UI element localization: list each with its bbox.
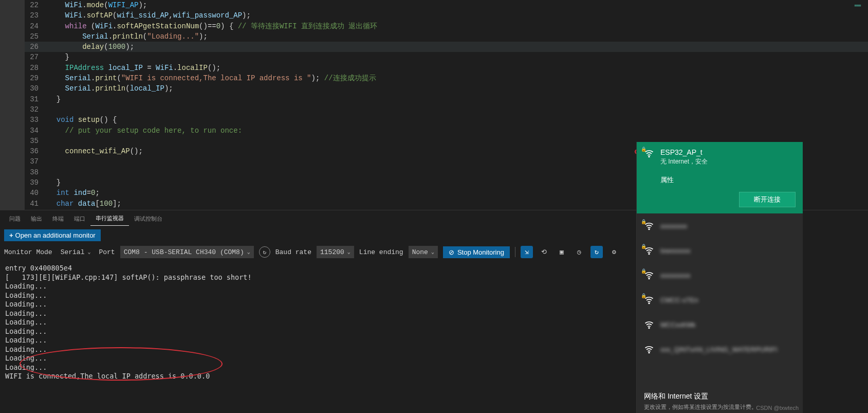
wifi-secure-icon: 🔒	[644, 295, 654, 305]
wifi-secure-icon: 🔒	[644, 245, 654, 256]
panel-tab[interactable]: 串行监视器	[90, 211, 129, 226]
wifi-network-name: CMCC-sTEn	[660, 296, 698, 304]
network-settings-link[interactable]: 网络和 Internet 设置	[644, 392, 799, 401]
code-text: Serial.println("Loading...");	[48, 31, 868, 42]
wifi-network-item[interactable]: 🔒CMCC-sTEn	[637, 288, 803, 312]
line-ending-select[interactable]: None ⌄	[409, 246, 438, 258]
chevron-down-icon: ⌄	[431, 249, 434, 255]
svg-point-4	[649, 303, 650, 304]
line-number: 32	[25, 104, 48, 115]
stop-monitoring-button[interactable]: ⊘ Stop Monitoring	[443, 246, 510, 258]
code-text: // put your setup code here, to run once…	[48, 125, 868, 136]
add-monitor-label: Open an additional monitor	[15, 231, 96, 239]
line-number: 38	[25, 167, 48, 177]
code-line[interactable]: 23 WiFi.softAP(wifi_ssid_AP,wifi_passwor…	[25, 10, 868, 21]
line-number: 25	[25, 31, 48, 42]
code-line[interactable]: 24 while (WiFi.softAPgetStationNum()==0)…	[25, 21, 868, 31]
panel-tab[interactable]: 终端	[47, 212, 69, 226]
code-text: IPAddress local_IP = WiFi.localIP();	[48, 63, 868, 73]
code-line[interactable]: 31 }	[25, 94, 868, 104]
toggle-autoscroll-button[interactable]: ⇲	[521, 246, 533, 258]
wifi-connected-status: 无 Internet，安全	[660, 157, 708, 166]
wifi-network-item[interactable]: 🔒xxxxxxxxx	[637, 263, 803, 288]
code-line[interactable]: 26 delay(1000);	[25, 42, 868, 52]
port-select[interactable]: COM8 - USB-SERIAL CH340 (COM8) ⌄	[120, 246, 254, 258]
line-number: 28	[25, 63, 48, 73]
code-line[interactable]: 27 }	[25, 52, 868, 62]
svg-point-6	[649, 352, 650, 353]
line-number: 41	[25, 199, 48, 209]
wifi-network-name: xxxxxxxxx	[660, 272, 691, 279]
divider	[515, 247, 515, 257]
wifi-icon	[644, 344, 654, 354]
refresh-port-button[interactable]: ↻	[259, 246, 270, 258]
code-text: WiFi.softAP(wifi_ssid_AP,wifi_password_A…	[48, 10, 868, 21]
baud-label: Baud rate	[275, 248, 311, 256]
code-line[interactable]: 30 Serial.println(local_IP);	[25, 83, 868, 94]
plus-icon: +	[9, 231, 13, 239]
code-text: Serial.print("WIFI is connected,The loca…	[48, 73, 868, 83]
wifi-network-item[interactable]: xxx_QINTxAN_LIVING_WATERPURIFI	[637, 337, 803, 362]
panel-tab[interactable]: 调试控制台	[129, 212, 168, 226]
add-monitor-button[interactable]: + Open an additional monitor	[4, 229, 101, 241]
chevron-down-icon: ⌄	[347, 249, 350, 255]
line-number: 35	[25, 136, 48, 146]
code-line[interactable]: 29 Serial.print("WIFI is connected,The l…	[25, 73, 868, 83]
line-number: 30	[25, 83, 48, 94]
open-terminal-button[interactable]: ▣	[556, 246, 568, 258]
wifi-secure-icon: 🔒	[644, 221, 654, 231]
line-number: 34	[25, 125, 48, 136]
line-number: 24	[25, 21, 48, 31]
code-line[interactable]: 25 Serial.println("Loading...");	[25, 31, 868, 42]
line-number: 33	[25, 115, 48, 125]
code-line[interactable]: 22 WiFi.mode(WIFI_AP);	[25, 0, 868, 10]
wifi-icon	[644, 319, 654, 330]
line-number: 39	[25, 177, 48, 188]
wifi-network-item[interactable]: 🔒txwxxxxxx	[637, 238, 803, 263]
code-text: WiFi.mode(WIFI_AP);	[48, 0, 868, 10]
toggle-reconnect-button[interactable]: ↻	[590, 246, 603, 258]
code-line[interactable]: 28 IPAddress local_IP = WiFi.localIP();	[25, 63, 868, 73]
minimap[interactable]: ▄▄▄	[847, 3, 868, 12]
svg-point-0	[649, 156, 650, 157]
wifi-secure-icon: 🔒	[644, 148, 654, 158]
baud-select[interactable]: 115200 ⌄	[317, 246, 354, 258]
line-number: 36	[25, 146, 48, 156]
svg-point-1	[649, 229, 650, 230]
panel-tab[interactable]: 端口	[69, 212, 90, 226]
code-line[interactable]: 33 void setup() {	[25, 115, 868, 125]
code-line[interactable]: 32	[25, 104, 868, 115]
monitor-mode-select[interactable]: Serial ⌄	[58, 246, 94, 258]
line-number: 23	[25, 10, 48, 21]
wifi-network-name: MCCxxKMk	[660, 321, 696, 329]
wifi-secure-icon: 🔒	[644, 270, 654, 280]
code-line[interactable]: 34 // put your setup code here, to run o…	[25, 125, 868, 136]
code-text	[48, 104, 868, 115]
clear-output-button[interactable]: ⟲	[538, 246, 550, 258]
code-text: delay(1000);	[48, 42, 868, 52]
watermark: CSDN @txwtech	[756, 405, 799, 411]
wifi-network-name: xxx_QINTxAN_LIVING_WATERPURIFI	[660, 346, 778, 353]
wifi-flyout: 🔒 ESP32_AP_t 无 Internet，安全 属性 断开连接 🔒xxxx…	[636, 142, 803, 413]
toggle-timestamp-button[interactable]: ◷	[573, 246, 585, 258]
wifi-properties-link[interactable]: 属性	[660, 175, 796, 185]
line-number: 37	[25, 156, 48, 167]
code-text: Serial.println(local_IP);	[48, 83, 868, 94]
code-text: }	[48, 52, 868, 62]
wifi-network-item[interactable]: 🔒xxxxxxxx	[637, 213, 803, 238]
line-number: 29	[25, 73, 48, 83]
stop-icon: ⊘	[449, 248, 454, 256]
wifi-network-item[interactable]: MCCxxKMk	[637, 312, 803, 337]
line-number: 27	[25, 52, 48, 62]
line-number: 40	[25, 188, 48, 198]
panel-tab[interactable]: 输出	[26, 212, 47, 226]
wifi-connected-network[interactable]: 🔒 ESP32_AP_t 无 Internet，安全 属性 断开连接	[637, 142, 803, 213]
panel-tab[interactable]: 问题	[4, 212, 26, 226]
monitor-settings-button[interactable]: ⚙	[608, 246, 620, 258]
activity-bar	[0, 0, 25, 210]
wifi-network-name: txwxxxxxx	[660, 247, 691, 255]
code-text: void setup() {	[48, 115, 868, 125]
svg-point-2	[649, 254, 650, 255]
wifi-disconnect-button[interactable]: 断开连接	[739, 192, 796, 207]
wifi-connected-name: ESP32_AP_t	[660, 148, 708, 156]
